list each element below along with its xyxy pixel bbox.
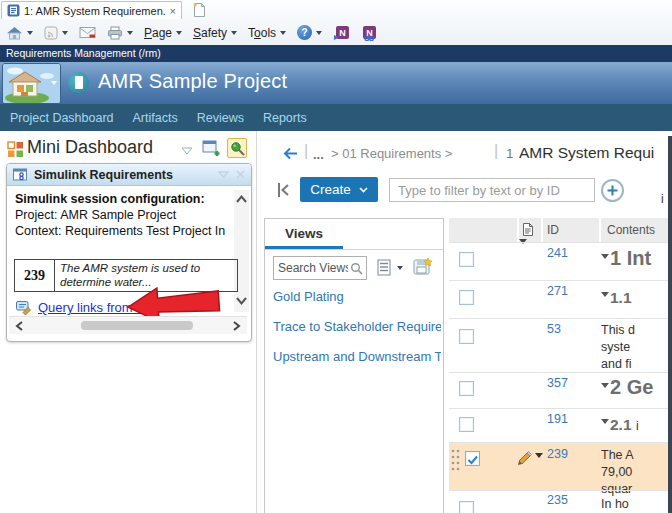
breadcrumb-path[interactable]: > 01 Requirements > bbox=[331, 146, 452, 161]
back-icon[interactable] bbox=[281, 147, 299, 160]
column-header-type[interactable] bbox=[519, 218, 541, 242]
artifact-content[interactable]: 2 Ge bbox=[601, 376, 668, 399]
artifact-id-link[interactable]: 53 bbox=[547, 322, 561, 336]
row-checkbox-checked[interactable] bbox=[465, 451, 480, 466]
pin-dashboard-button[interactable] bbox=[227, 138, 247, 158]
table-row[interactable]: 241 1 Int bbox=[449, 242, 668, 280]
hscroll-right-icon[interactable] bbox=[232, 321, 241, 331]
artifact-content[interactable]: 2.1 i bbox=[601, 416, 668, 434]
row-checkbox[interactable] bbox=[459, 329, 474, 344]
row-checkbox[interactable] bbox=[459, 252, 474, 267]
column-header-contents[interactable]: Contents bbox=[601, 218, 668, 242]
section-caret-icon[interactable] bbox=[601, 254, 609, 263]
browser-tab[interactable]: 1: AMR System Requiremen... × bbox=[1, 1, 182, 19]
row-checkbox[interactable] bbox=[459, 381, 474, 396]
content-line: and fi bbox=[601, 356, 668, 373]
artifact-id-link[interactable]: 239 bbox=[547, 447, 568, 461]
section-heading: 1 Int bbox=[610, 247, 651, 269]
plus-icon bbox=[607, 185, 618, 196]
send-to-onenote-button[interactable]: N bbox=[333, 25, 350, 41]
view-link-upstream-downstream[interactable]: Upstream and Downstream T bbox=[273, 349, 441, 364]
feeds-button[interactable] bbox=[44, 26, 68, 40]
widget-menu-chevron-icon[interactable] bbox=[218, 171, 229, 178]
home-button[interactable] bbox=[6, 26, 33, 40]
widget-close-icon[interactable] bbox=[236, 170, 245, 179]
close-tab-button[interactable]: × bbox=[170, 5, 176, 17]
widget-title: Simulink Requirements bbox=[34, 168, 218, 182]
table-row-selected[interactable]: 239 The A79,00squar bbox=[449, 442, 668, 490]
collapse-sidebar-icon[interactable] bbox=[277, 183, 290, 197]
scroll-down-icon[interactable] bbox=[235, 296, 248, 306]
artifact-content[interactable]: In ho bbox=[601, 496, 668, 513]
artifact-content[interactable]: 1.1 bbox=[601, 289, 668, 307]
view-link-gold-plating[interactable]: Gold Plating bbox=[273, 289, 441, 304]
chevron-down-icon[interactable] bbox=[51, 81, 57, 88]
chevron-down-icon[interactable] bbox=[27, 31, 33, 38]
artifact-id-link[interactable]: 241 bbox=[547, 246, 568, 260]
chevron-down-icon[interactable] bbox=[62, 31, 68, 38]
save-view-icon[interactable] bbox=[413, 257, 433, 276]
tools-menu[interactable]: Tools bbox=[248, 26, 286, 40]
right-panel-edge[interactable] bbox=[668, 136, 672, 513]
filter-input[interactable] bbox=[389, 178, 595, 202]
widget-horizontal-scrollbar[interactable] bbox=[9, 316, 247, 334]
artifact-content[interactable]: This dsysteand fi bbox=[601, 322, 668, 373]
breadcrumb-ellipsis[interactable]: ... bbox=[313, 147, 324, 162]
read-mail-button[interactable] bbox=[79, 26, 96, 39]
chevron-down-icon[interactable] bbox=[535, 453, 543, 462]
nav-project-dashboard[interactable]: Project Dashboard bbox=[10, 111, 114, 125]
row-checkbox[interactable] bbox=[459, 501, 474, 513]
nav-reviews[interactable]: Reviews bbox=[197, 111, 244, 125]
artifact-content[interactable]: 1 Int bbox=[601, 247, 668, 270]
chevron-down-icon[interactable] bbox=[316, 31, 322, 38]
table-row[interactable]: 357 2 Ge bbox=[449, 372, 668, 408]
nav-reports[interactable]: Reports bbox=[263, 111, 307, 125]
row-checkbox[interactable] bbox=[459, 417, 474, 432]
view-type-button[interactable] bbox=[377, 259, 403, 276]
section-caret-icon[interactable] bbox=[601, 383, 609, 392]
primary-nav: Project Dashboard Artifacts Reviews Repo… bbox=[0, 104, 672, 131]
section-caret-icon[interactable] bbox=[601, 292, 609, 301]
chevron-down-icon[interactable] bbox=[127, 31, 133, 38]
onenote-linked-notes-button[interactable]: N bbox=[361, 25, 378, 41]
add-widget-icon[interactable] bbox=[202, 139, 221, 156]
hscroll-left-icon[interactable] bbox=[15, 321, 24, 331]
scroll-up-icon[interactable] bbox=[235, 194, 248, 204]
edit-artifact-button[interactable] bbox=[515, 449, 544, 466]
create-button[interactable]: Create bbox=[300, 177, 378, 202]
help-button[interactable]: ? bbox=[297, 25, 322, 40]
add-artifact-button[interactable] bbox=[601, 179, 624, 202]
artifact-id-link[interactable]: 191 bbox=[547, 412, 568, 426]
new-tab-button[interactable] bbox=[192, 2, 208, 18]
project-door-glyph bbox=[75, 76, 83, 89]
drag-handle[interactable] bbox=[451, 449, 463, 475]
nav-artifacts[interactable]: Artifacts bbox=[133, 111, 178, 125]
widget-requirement-id: 239 bbox=[15, 260, 55, 292]
view-link-trace-to-stakeholder[interactable]: Trace to Stakeholder Require bbox=[273, 319, 441, 334]
tab-views[interactable]: Views bbox=[285, 226, 323, 241]
table-row[interactable]: 271 1.1 bbox=[449, 280, 668, 318]
safety-menu[interactable]: Safety bbox=[193, 26, 237, 40]
widget-header[interactable]: Simulink Requirements bbox=[7, 164, 251, 186]
widget-vertical-scrollbar[interactable] bbox=[234, 190, 249, 312]
content-line: syste bbox=[601, 339, 668, 356]
simulink-requirements-widget: Simulink Requirements Simulink session c… bbox=[6, 163, 252, 342]
page-menu[interactable]: Page bbox=[144, 26, 182, 40]
hscroll-thumb[interactable] bbox=[81, 321, 193, 330]
simulink-project-line: Project: AMR Sample Project bbox=[15, 208, 233, 222]
print-button[interactable] bbox=[107, 26, 133, 40]
home-nav-button[interactable] bbox=[2, 63, 61, 104]
table-row[interactable]: 53 This dsysteand fi bbox=[449, 318, 668, 372]
artifact-id-link[interactable]: 235 bbox=[547, 493, 568, 507]
project-title: AMR Sample Project bbox=[98, 70, 287, 93]
table-row[interactable]: 235 In ho bbox=[449, 490, 668, 513]
column-header-id[interactable]: ID bbox=[543, 218, 599, 242]
mini-dashboard-menu-chevron-icon[interactable] bbox=[181, 147, 193, 155]
print-icon bbox=[107, 26, 123, 40]
artifact-id-link[interactable]: 271 bbox=[547, 284, 568, 298]
row-checkbox[interactable] bbox=[459, 290, 474, 305]
table-row[interactable]: 191 2.1 i bbox=[449, 408, 668, 442]
section-caret-icon[interactable] bbox=[601, 419, 609, 428]
artifact-id-link[interactable]: 357 bbox=[547, 376, 568, 390]
column-header-select[interactable] bbox=[449, 218, 517, 242]
